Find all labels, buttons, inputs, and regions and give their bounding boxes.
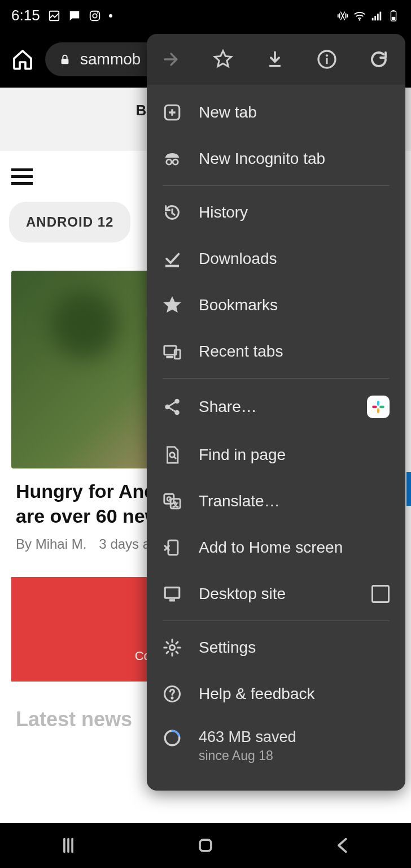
nav-home-button[interactable] (196, 836, 215, 855)
svg-rect-13 (269, 65, 281, 67)
devices-icon (163, 342, 182, 361)
svg-point-3 (97, 12, 98, 13)
menu-label: Downloads (199, 250, 277, 268)
menu-history[interactable]: History (147, 189, 405, 236)
desktop-site-checkbox[interactable] (371, 585, 390, 603)
instagram-icon (89, 10, 101, 22)
svg-rect-28 (379, 406, 384, 408)
menu-label: Translate… (199, 492, 280, 510)
lock-icon (59, 53, 71, 66)
svg-rect-16 (326, 58, 328, 64)
svg-rect-36 (168, 540, 178, 555)
translate-icon: G文 (163, 492, 182, 511)
svg-rect-11 (392, 16, 395, 20)
svg-point-15 (326, 54, 328, 57)
forward-button[interactable] (160, 49, 182, 70)
svg-point-4 (359, 19, 361, 20)
menu-add-home[interactable]: Add to Home screen (147, 524, 405, 571)
menu-label: Desktop site (199, 585, 286, 603)
status-bar: 6:15 (0, 0, 411, 31)
plus-square-icon (163, 103, 182, 122)
menu-translate[interactable]: G文 Translate… (147, 478, 405, 524)
svg-rect-7 (377, 14, 379, 20)
menu-label: New Incognito tab (199, 150, 325, 168)
svg-rect-38 (170, 600, 175, 601)
download-button[interactable] (264, 49, 286, 70)
gear-icon (163, 638, 182, 657)
menu-label: Share… (199, 398, 257, 416)
menu-bookmarks[interactable]: Bookmarks (147, 282, 405, 328)
author: By Mihai M. (16, 536, 86, 552)
incognito-icon (163, 149, 182, 168)
bookmark-button[interactable] (212, 49, 234, 70)
svg-rect-8 (380, 11, 382, 20)
menu-label: Bookmarks (199, 296, 278, 314)
svg-point-39 (169, 645, 174, 650)
data-saved-amount: 463 MB saved (199, 728, 296, 746)
signal-icon (370, 10, 383, 22)
svg-rect-29 (377, 408, 379, 413)
vibrate-icon (336, 10, 349, 22)
menu-label: Recent tabs (199, 342, 283, 361)
data-saver-icon (163, 728, 182, 748)
menu-incognito[interactable]: New Incognito tab (147, 136, 405, 182)
nav-back-button[interactable] (333, 836, 352, 855)
slack-icon (367, 396, 390, 418)
menu-find-in-page[interactable]: Find in page (147, 432, 405, 478)
menu-divider (163, 378, 390, 379)
menu-label: New tab (199, 103, 257, 121)
page-info-button[interactable] (316, 49, 338, 70)
picture-icon (48, 10, 60, 22)
history-icon (163, 203, 182, 222)
svg-text:G: G (167, 496, 172, 502)
svg-rect-10 (392, 10, 395, 11)
star-icon (163, 296, 182, 315)
svg-point-19 (173, 159, 178, 164)
menu-settings[interactable]: Settings (147, 624, 405, 671)
menu-new-tab[interactable]: New tab (147, 89, 405, 136)
menu-data-saved[interactable]: 463 MB saved since Aug 18 (147, 717, 405, 775)
svg-rect-27 (377, 401, 379, 406)
menu-desktop-site[interactable]: Desktop site (147, 571, 405, 617)
menu-divider (163, 185, 390, 186)
category-pill[interactable]: ANDROID 12 (9, 202, 130, 242)
menu-recent-tabs[interactable]: Recent tabs (147, 328, 405, 375)
svg-rect-23 (167, 357, 173, 358)
find-in-page-icon (163, 445, 182, 465)
system-navbar (0, 823, 411, 868)
check-underline-icon (163, 249, 182, 268)
data-saved-since: since Aug 18 (199, 748, 296, 763)
nav-recents-button[interactable] (59, 836, 78, 855)
svg-point-18 (167, 159, 172, 164)
reload-button[interactable] (368, 49, 390, 70)
share-icon (163, 397, 182, 416)
desktop-icon (163, 584, 182, 604)
accent-strip (406, 472, 411, 506)
svg-rect-30 (372, 406, 377, 408)
home-button[interactable] (11, 48, 34, 71)
menu-label: History (199, 203, 248, 222)
notification-dot-icon (109, 14, 112, 18)
wifi-icon (353, 10, 366, 22)
url-host: sammob (80, 50, 141, 68)
svg-rect-6 (374, 16, 376, 20)
svg-rect-5 (372, 18, 374, 20)
svg-point-2 (93, 14, 97, 18)
status-time: 6:15 (11, 7, 40, 24)
menu-help[interactable]: Help & feedback (147, 671, 405, 717)
menu-label: Find in page (199, 446, 286, 464)
menu-downloads[interactable]: Downloads (147, 236, 405, 282)
svg-rect-37 (165, 588, 180, 598)
battery-icon (387, 10, 400, 22)
menu-share[interactable]: Share… (147, 382, 405, 432)
svg-rect-0 (49, 11, 59, 20)
menu-divider (163, 620, 390, 621)
browser-menu: New tab New Incognito tab History Downlo… (147, 34, 405, 791)
menu-label: Help & feedback (199, 685, 314, 703)
site-menu-button[interactable] (11, 168, 33, 185)
svg-rect-43 (200, 840, 211, 851)
svg-rect-12 (62, 59, 69, 64)
message-icon (68, 10, 81, 22)
menu-label: Add to Home screen (199, 539, 343, 557)
help-icon (163, 684, 182, 704)
